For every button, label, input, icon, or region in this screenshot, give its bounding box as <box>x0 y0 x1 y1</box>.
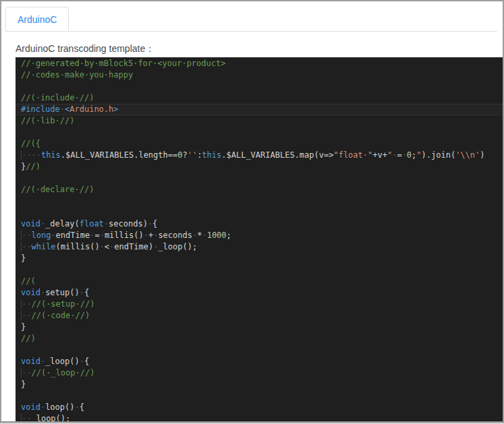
whitespace-dot: · <box>100 242 105 251</box>
code-line: }//) <box>16 161 503 173</box>
indent-guide: ·· <box>21 299 31 309</box>
code-keyword: void <box>21 357 40 366</box>
whitespace-dot: · <box>144 231 148 240</box>
code-line <box>16 264 503 276</box>
code-text: = <box>94 231 99 240</box>
code-line: ····this.$ALL_VARIABLES.length==0?'':thi… <box>16 150 503 161</box>
code-line: ··//(·code·//) <box>16 310 503 322</box>
code-keyword: #include <box>21 104 60 114</box>
code-line <box>16 81 503 92</box>
tab-arduinoc[interactable]: ArduinoC <box>5 7 69 31</box>
code-comment: //(·code·//) <box>31 311 90 320</box>
code-string: '' <box>188 150 197 160</box>
code-comment: //(·_loop·//) <box>31 368 94 377</box>
code-text: { <box>80 402 84 412</box>
code-line: //( <box>16 276 503 287</box>
code-line: //) <box>16 333 503 344</box>
code-text: ; <box>227 231 231 240</box>
code-line <box>16 390 503 402</box>
code-text: { <box>152 219 157 229</box>
code-line: #include·<Arduino.h> <box>16 104 503 115</box>
code-text: { <box>84 357 89 366</box>
code-text: _loop() <box>45 357 80 366</box>
code-editor[interactable]: //·generated·by·mBlock5·for·<your·produc… <box>16 57 503 421</box>
code-comment: //(·include·//) <box>21 93 94 102</box>
code-line: ··long·endTime·=·millis()·+·seconds·*·10… <box>16 230 503 241</box>
code-line: } <box>16 379 503 390</box>
whitespace-dot: · <box>80 288 84 297</box>
code-line <box>16 207 503 218</box>
whitespace-dot: · <box>60 104 65 114</box>
code-line: ··//(·setup·//) <box>16 299 503 310</box>
code-line: //·generated·by·mBlock5·for·<your·produc… <box>16 58 503 69</box>
code-text: } <box>21 380 26 389</box>
template-label: ArduinoC transcoding template： <box>16 43 155 55</box>
code-text: ) <box>480 150 484 160</box>
code-text: millis() <box>105 231 144 240</box>
whitespace-dot: · <box>51 231 55 240</box>
code-keyword: long <box>31 231 51 240</box>
code-line <box>16 344 503 356</box>
code-line: //·codes·make·you·happy <box>16 69 503 81</box>
code-comment: //) <box>26 162 40 171</box>
code-text: ).join( <box>422 150 456 160</box>
whitespace-dot: · <box>202 231 206 240</box>
code-string: "float·" <box>333 150 372 160</box>
code-line: //({ <box>16 138 503 150</box>
code-string: Arduino.h <box>69 104 113 114</box>
code-string: '\\n' <box>455 150 480 160</box>
indent-guide: ·· <box>21 242 31 251</box>
code-line: ··//(·_loop·//) <box>16 367 503 379</box>
code-text: _loop(); <box>31 414 70 421</box>
code-line: ··while(millis()·<·endTime)·_loop(); <box>16 241 503 253</box>
code-string: " <box>416 150 421 160</box>
whitespace-dot: · <box>75 402 80 412</box>
code-comment: //({ <box>21 139 40 148</box>
code-number: 1000 <box>207 231 227 240</box>
indent-guide: ·· <box>21 414 31 421</box>
whitespace-dot: · <box>402 150 407 160</box>
code-text: .$ALL_VARIABLES.length== <box>61 150 177 160</box>
code-line <box>16 127 503 138</box>
code-text: (millis() <box>56 242 100 251</box>
code-keyword: float <box>80 219 104 229</box>
code-keyword: > <box>113 104 118 114</box>
code-text: .$ALL_VARIABLES.map(v=> <box>221 150 333 160</box>
code-comment: //(·declare·//) <box>21 185 94 194</box>
code-line: void·_loop()·{ <box>16 356 503 367</box>
code-line <box>16 195 503 207</box>
code-text: } <box>21 253 26 263</box>
whitespace-dot: · <box>100 231 105 240</box>
code-text: seconds) <box>109 219 148 229</box>
code-keyword: this <box>202 150 221 160</box>
code-text: ? <box>182 150 187 160</box>
code-comment: //·generated·by·mBlock5·for·<your·produc… <box>21 59 225 68</box>
code-line: ··_loop(); <box>16 413 503 421</box>
whitespace-dot: · <box>80 357 84 366</box>
code-comment: //·codes·make·you·happy <box>21 70 133 80</box>
code-line <box>16 173 503 184</box>
indent-guide: ·· <box>21 231 31 240</box>
tab-bar: ArduinoC <box>5 7 497 32</box>
code-line: void·setup()·{ <box>16 287 503 299</box>
indent-guide: ·· <box>21 368 31 377</box>
code-text: endTime <box>56 231 90 240</box>
code-line: //(·declare·//) <box>16 184 503 195</box>
code-number: 0 <box>407 150 412 160</box>
code-line: void·loop()·{ <box>16 402 503 413</box>
code-text: endTime) <box>114 242 153 251</box>
code-line: void·_delay(float·seconds)·{ <box>16 218 503 230</box>
indent-guide: ·· <box>21 311 31 320</box>
code-text: _delay( <box>45 219 80 229</box>
code-line: } <box>16 322 503 333</box>
code-text: seconds <box>158 231 192 240</box>
code-comment: //) <box>21 334 36 343</box>
code-text: } <box>21 322 26 332</box>
code-line: //(·include·//) <box>16 92 503 104</box>
page-bottom-edge <box>0 421 504 424</box>
code-keyword: this <box>41 150 61 160</box>
code-keyword: while <box>31 242 55 251</box>
code-keyword: void <box>21 219 40 229</box>
code-text: loop() <box>45 402 74 412</box>
code-text: +v+ <box>372 150 387 160</box>
